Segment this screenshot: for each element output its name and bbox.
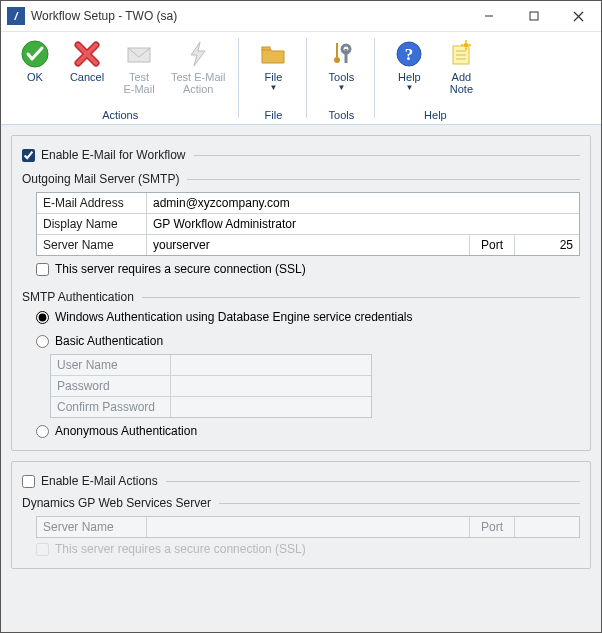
websrv-ssl-checkbox <box>36 543 49 556</box>
port-input[interactable] <box>515 235 579 255</box>
envelope-icon <box>123 38 155 70</box>
auth-anon-radio-label[interactable]: Anonymous Authentication <box>36 424 580 438</box>
caret-down-icon: ▼ <box>337 84 345 92</box>
password-label: Password <box>51 376 171 396</box>
add-note-button[interactable]: Add Note <box>435 36 487 97</box>
titlebar: / Workflow Setup - TWO (sa) <box>1 1 601 32</box>
bolt-icon <box>182 38 214 70</box>
auth-basic-radio[interactable] <box>36 335 49 348</box>
tools-button[interactable]: Tools ▼ <box>315 36 367 94</box>
caret-down-icon: ▼ <box>405 84 413 92</box>
smtp-grid: E-Mail Address Display Name Server Name … <box>36 192 580 256</box>
form-body: Enable E-Mail for Workflow Outgoing Mail… <box>1 125 601 632</box>
auth-windows-radio-label[interactable]: Windows Authentication using Database En… <box>36 310 580 324</box>
email-workflow-section: Enable E-Mail for Workflow Outgoing Mail… <box>11 135 591 451</box>
password-input <box>171 376 371 396</box>
close-icon <box>573 11 584 22</box>
auth-basic-radio-label[interactable]: Basic Authentication <box>36 334 580 348</box>
window: / Workflow Setup - TWO (sa) OK <box>0 0 602 633</box>
ribbon-group-help: ? Help ▼ Add Note Help <box>375 32 495 124</box>
display-name-input[interactable] <box>147 214 579 234</box>
websrv-port-input <box>515 517 579 537</box>
smtp-header: Outgoing Mail Server (SMTP) <box>22 172 179 186</box>
enable-actions-checkbox[interactable] <box>22 475 35 488</box>
email-address-input[interactable] <box>147 193 579 213</box>
display-name-label: Display Name <box>37 214 147 234</box>
websrv-header: Dynamics GP Web Services Server <box>22 496 211 510</box>
svg-rect-6 <box>262 47 270 50</box>
username-input <box>171 355 371 375</box>
websrv-name-input <box>147 517 469 537</box>
email-actions-section: Enable E-Mail Actions Dynamics GP Web Se… <box>11 461 591 569</box>
minimize-icon <box>484 11 494 21</box>
help-icon: ? <box>393 38 425 70</box>
enable-actions-checkbox-label[interactable]: Enable E-Mail Actions <box>22 474 158 488</box>
svg-text:?: ? <box>405 45 414 64</box>
caret-down-icon: ▼ <box>269 84 277 92</box>
auth-anon-radio[interactable] <box>36 425 49 438</box>
folder-icon <box>257 38 289 70</box>
svg-point-7 <box>334 57 340 63</box>
svg-rect-1 <box>530 12 538 20</box>
confirm-password-label: Confirm Password <box>51 397 171 417</box>
tools-icon <box>325 38 357 70</box>
enable-email-checkbox[interactable] <box>22 149 35 162</box>
confirm-password-input <box>171 397 371 417</box>
server-name-input[interactable] <box>147 235 469 255</box>
port-label: Port <box>469 235 515 255</box>
close-button[interactable] <box>556 1 601 31</box>
ribbon-group-tools: Tools ▼ Tools <box>307 32 375 124</box>
enable-email-checkbox-label[interactable]: Enable E-Mail for Workflow <box>22 148 186 162</box>
websrv-name-label: Server Name <box>37 517 147 537</box>
cancel-button[interactable]: Cancel <box>61 36 113 97</box>
app-icon: / <box>7 7 25 25</box>
auth-header: SMTP Authentication <box>22 290 134 304</box>
websrv-grid: Server Name Port <box>36 516 580 538</box>
window-title: Workflow Setup - TWO (sa) <box>31 9 177 23</box>
basic-auth-grid: User Name Password Confirm Password <box>50 354 372 418</box>
note-icon <box>445 38 477 70</box>
test-email-action-button: Test E-Mail Action <box>165 36 231 97</box>
minimize-button[interactable] <box>466 1 511 31</box>
ribbon-group-actions: OK Cancel Test E-Mail <box>1 32 239 124</box>
auth-windows-radio[interactable] <box>36 311 49 324</box>
maximize-button[interactable] <box>511 1 556 31</box>
file-button[interactable]: File ▼ <box>247 36 299 94</box>
username-label: User Name <box>51 355 171 375</box>
cancel-icon <box>71 38 103 70</box>
websrv-ssl-checkbox-label: This server requires a secure connection… <box>36 542 580 556</box>
ok-button[interactable]: OK <box>9 36 61 97</box>
ssl-checkbox-label[interactable]: This server requires a secure connection… <box>36 262 580 276</box>
ssl-checkbox[interactable] <box>36 263 49 276</box>
ribbon: OK Cancel Test E-Mail <box>1 32 601 125</box>
server-name-label: Server Name <box>37 235 147 255</box>
maximize-icon <box>529 11 539 21</box>
email-address-label: E-Mail Address <box>37 193 147 213</box>
websrv-port-label: Port <box>469 517 515 537</box>
help-button[interactable]: ? Help ▼ <box>383 36 435 97</box>
ribbon-group-file: File ▼ File <box>239 32 307 124</box>
ok-icon <box>19 38 51 70</box>
test-email-button: Test E-Mail <box>113 36 165 97</box>
